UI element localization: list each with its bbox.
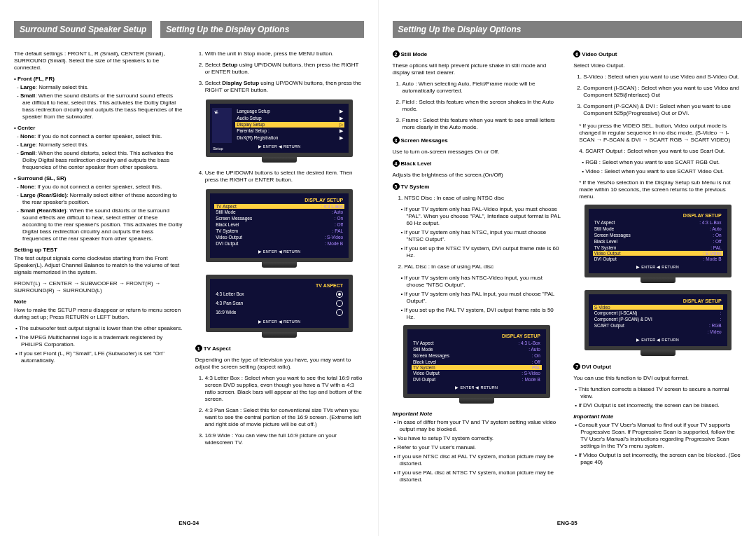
radio-off-icon <box>336 309 343 316</box>
test-chain: FRONT(L) → CENTER → SUBWOOFER → FRONT(R)… <box>14 280 183 294</box>
important-note-b: Consult your TV User's Manual to find ou… <box>573 422 742 466</box>
pal-list: If your TV system only has NTSC-Video in… <box>393 275 561 321</box>
ntsc-list: If your TV system only has PAL-Video inp… <box>393 206 561 259</box>
note-desc: How to make the SETUP menu disappear or … <box>14 307 183 321</box>
note-heading: Note <box>14 298 183 305</box>
page-right: Setting Up the Display Options 2Still Mo… <box>378 0 757 536</box>
page-number-right: ENG-35 <box>393 516 743 526</box>
surround-heading: • Surround (SL, SR) <box>14 175 183 182</box>
surround-list: None: If you do not connect a center spe… <box>14 184 183 242</box>
col-display-opts-b: 6Video Output Select Video Output. S-Vid… <box>573 50 742 516</box>
header-surround: Surround Sound Speaker Setup <box>14 21 152 38</box>
tv-aspect-heading: TV Aspect <box>204 345 231 352</box>
page-left: Surround Sound Speaker Setup Setting Up … <box>0 0 378 536</box>
radio-off-icon <box>336 300 343 307</box>
tv-aspect-options: 4:3 Letter Box : Select when you want to… <box>195 375 364 446</box>
page-number-left: ENG-34 <box>14 516 364 526</box>
item-1-icon: 1 <box>195 345 202 352</box>
osd-display-setup: DISPLAY SETUP TV Aspect: 4:3 L-BoxStill … <box>206 189 353 268</box>
col-surround: The default settings : FRONT L, R (Small… <box>14 50 183 516</box>
intro: The default settings : FRONT L, R (Small… <box>14 50 183 71</box>
note-bullets: The subwoofer test output signal is lowe… <box>14 325 183 364</box>
center-heading: • Center <box>14 125 183 132</box>
page-spread: Surround Sound Speaker Setup Setting Up … <box>0 0 756 536</box>
header-row-right: Setting Up the Display Options <box>393 21 743 38</box>
setup-step4: Use the UP/DOWN buttons to select the de… <box>195 170 364 184</box>
front-heading: • Front (FL, FR) <box>14 76 183 83</box>
item-4-icon: 4 <box>393 160 400 167</box>
important-note-heading-a: Important Note <box>393 411 561 418</box>
important-note-heading-b: Important Note <box>573 413 742 420</box>
item-7-icon: 7 <box>573 363 580 370</box>
header-display-left: Setting Up the Display Options <box>160 21 363 38</box>
item-5-icon: 5 <box>393 183 400 190</box>
dvi-list: This function corrects a biased TV scree… <box>573 386 742 409</box>
header-display-right: Setting Up the Display Options <box>393 21 743 38</box>
item-3-icon: 3 <box>393 137 400 144</box>
osd-video-output: DISPLAY SETUP TV Aspect: 4:3 L-BoxStill … <box>584 205 732 283</box>
header-row-left: Surround Sound Speaker Setup Setting Up … <box>14 21 364 38</box>
col-display-steps: With the unit in Stop mode, press the ME… <box>195 50 364 516</box>
setup-steps: With the unit in Stop mode, press the ME… <box>195 50 364 94</box>
item-2-icon: 2 <box>393 50 400 57</box>
test-heading: Setting up TEST <box>14 247 183 254</box>
item-6-icon: 6 <box>573 50 580 57</box>
video-output-list: S-Video : Select when you want to use Vi… <box>573 74 742 117</box>
important-note-a: In case of differ from your TV and TV sy… <box>393 419 561 483</box>
front-list: Large: Large: Normally select this.Norma… <box>14 84 183 121</box>
center-list: None: If you do not connect a center spe… <box>14 133 183 171</box>
test-desc: The test output signals come clockwise s… <box>14 255 183 276</box>
tv-aspect-intro: Depending on the type of television you … <box>195 357 364 371</box>
still-list: Auto : When selecting Auto, Field/Frame … <box>393 81 561 131</box>
osd-setup-menu: 📽 Setup Language Setup▶ Audio Setup▶ Dis… <box>206 99 353 163</box>
col-display-opts-a: 2Still Mode These options will help prev… <box>393 50 561 516</box>
osd-tv-aspect: TV ASPECT 4:3 Letter Box 4:3 Pan Scan 16… <box>206 275 353 338</box>
radio-on-icon <box>336 291 343 298</box>
osd-video-output-sub: DISPLAY SETUP S-Video: Component (I-SCAN… <box>584 290 732 356</box>
scart-list: RGB : Select when you want to use SCART … <box>573 159 742 175</box>
osd-tvsystem: DISPLAY SETUP TV Aspect: 4:3 L-BoxStill … <box>403 325 550 404</box>
